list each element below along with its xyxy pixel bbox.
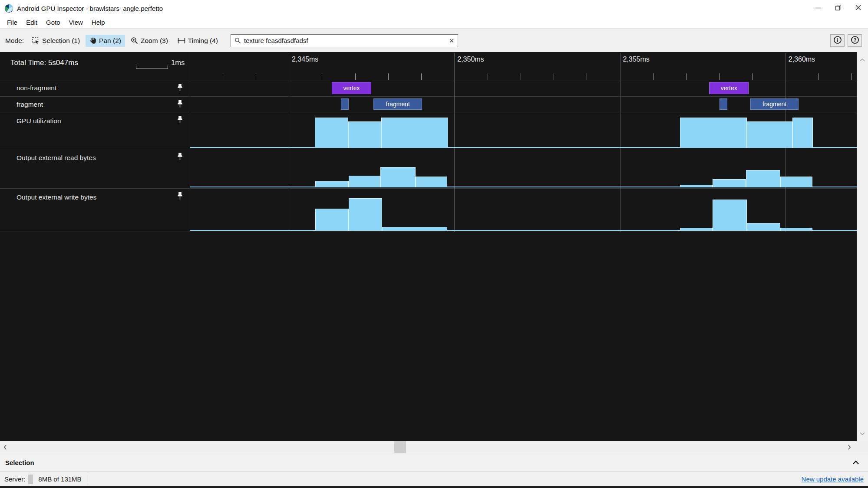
info-icon xyxy=(833,36,842,46)
histogram-bar xyxy=(315,118,348,148)
info-button[interactable] xyxy=(830,34,845,47)
vertical-scrollbar[interactable] xyxy=(857,52,868,441)
mode-label: Mode: xyxy=(5,37,24,45)
mode-button-selection[interactable]: Selection (1) xyxy=(28,35,84,47)
histogram-bar xyxy=(747,121,792,148)
ruler-scale-label: 1ms xyxy=(171,59,185,67)
ruler-minor-tick xyxy=(719,73,719,80)
ruler-tick-label: 2,345ms xyxy=(292,56,318,63)
pin-icon[interactable] xyxy=(177,83,183,92)
timeline-slice-fragment[interactable] xyxy=(341,98,349,110)
ruler-minor-tick xyxy=(818,73,819,80)
help-button[interactable]: ? xyxy=(848,34,862,47)
mode-button-label: Zoom (3) xyxy=(141,37,168,45)
timeline-canvas[interactable]: Total Time: 5s047ms 1ms 2,345ms2,350ms2,… xyxy=(0,52,868,441)
track-label: Output external write bytes xyxy=(17,193,96,201)
histogram-bar xyxy=(380,167,416,187)
pin-icon[interactable] xyxy=(177,152,183,161)
scroll-up-button[interactable] xyxy=(860,56,865,63)
menu-bar: FileEditGotoViewHelp xyxy=(0,16,868,29)
collapse-panel-button[interactable] xyxy=(850,459,862,466)
track-separator xyxy=(0,96,857,97)
status-bar: Server: 8MB of 131MB New update availabl… xyxy=(0,472,868,486)
scroll-right-button[interactable] xyxy=(845,441,854,453)
horizontal-scrollbar[interactable] xyxy=(0,441,868,453)
pin-icon[interactable] xyxy=(177,100,183,108)
timeline-slice-fragment[interactable]: fragment xyxy=(373,98,422,110)
histogram-bar xyxy=(780,228,812,231)
ruler-minor-tick xyxy=(256,73,256,80)
ruler-minor-tick xyxy=(421,73,422,80)
zoom-icon xyxy=(131,37,138,44)
ruler-minor-tick xyxy=(223,73,223,80)
panel-divider xyxy=(190,52,190,232)
scrollbar-thumb[interactable] xyxy=(394,441,406,453)
histogram-bar xyxy=(680,228,713,231)
server-label: Server: xyxy=(4,475,25,483)
scroll-left-button[interactable] xyxy=(1,441,10,453)
close-button[interactable] xyxy=(848,0,868,16)
track-label: non-fragment xyxy=(17,84,56,92)
toolbar: Mode: Selection (1)Pan (2)Zoom (3)Timing… xyxy=(0,29,868,52)
histogram-bar xyxy=(349,198,382,231)
mode-button-zoom[interactable]: Zoom (3) xyxy=(127,35,172,47)
track-label: fragment xyxy=(17,101,43,108)
server-memory: 8MB of 131MB xyxy=(38,475,81,483)
track-label: GPU utilization xyxy=(17,117,61,125)
search-input[interactable] xyxy=(243,36,446,45)
timeline-slice-vertex[interactable]: vertex xyxy=(709,82,749,94)
ruler-minor-tick xyxy=(752,73,753,80)
ruler-tick-label: 2,360ms xyxy=(789,56,815,63)
app-logo-icon xyxy=(4,4,13,13)
menu-item-edit[interactable]: Edit xyxy=(22,16,42,28)
histogram-bar xyxy=(382,227,447,231)
track-separator xyxy=(0,112,857,112)
ruler-tick-label: 2,350ms xyxy=(457,56,484,63)
search-box: × xyxy=(231,34,458,47)
selection-panel-header[interactable]: Selection xyxy=(0,453,868,472)
histogram-bar xyxy=(349,176,380,187)
menu-item-help[interactable]: Help xyxy=(87,16,109,28)
timeline-slice-vertex[interactable]: vertex xyxy=(332,82,371,94)
selection-icon xyxy=(32,37,40,44)
ruler-minor-tick xyxy=(554,73,554,80)
ruler-minor-tick xyxy=(521,73,521,80)
search-clear-button[interactable]: × xyxy=(446,35,458,47)
pin-icon[interactable] xyxy=(177,115,183,124)
track-separator xyxy=(0,232,857,232)
histogram-bar xyxy=(381,118,448,148)
mode-button-label: Timing (4) xyxy=(188,37,218,45)
histogram-bar xyxy=(680,118,747,148)
server-memory-block xyxy=(28,475,33,484)
selection-title: Selection xyxy=(5,459,34,466)
mode-button-pan[interactable]: Pan (2) xyxy=(86,35,125,47)
window-controls xyxy=(808,0,868,16)
histogram-bar xyxy=(792,118,813,148)
ruler-minor-tick xyxy=(851,73,852,80)
menu-item-file[interactable]: File xyxy=(3,16,22,28)
timeline-slice-fragment[interactable]: fragment xyxy=(750,98,799,110)
ruler-minor-tick xyxy=(322,73,322,80)
status-divider xyxy=(88,474,88,485)
search-icon xyxy=(234,37,241,44)
histogram-bar xyxy=(747,223,780,231)
app-window: Android GPU Inspector - brawlstars_angle… xyxy=(0,0,868,488)
menu-item-view[interactable]: View xyxy=(65,16,87,28)
timing-icon xyxy=(178,38,185,44)
timeline-slice-fragment[interactable] xyxy=(719,98,727,110)
window-title: Android GPU Inspector - brawlstars_angle… xyxy=(17,5,163,12)
mode-button-label: Selection (1) xyxy=(42,37,80,45)
minimize-button[interactable] xyxy=(808,0,828,16)
track-label: Output external read bytes xyxy=(17,154,96,162)
menu-item-goto[interactable]: Goto xyxy=(42,16,65,28)
pin-icon[interactable] xyxy=(177,192,183,200)
scroll-down-button[interactable] xyxy=(860,430,865,437)
ruler-total-time: Total Time: 5s047ms xyxy=(10,59,78,67)
histogram-bar xyxy=(416,177,447,187)
histogram-bar xyxy=(713,179,746,187)
mode-button-timing[interactable]: Timing (4) xyxy=(174,35,222,47)
ruler-minor-tick xyxy=(355,73,356,80)
help-icon: ? xyxy=(851,36,859,46)
restore-button[interactable] xyxy=(828,0,848,16)
update-link[interactable]: New update available xyxy=(802,475,864,483)
